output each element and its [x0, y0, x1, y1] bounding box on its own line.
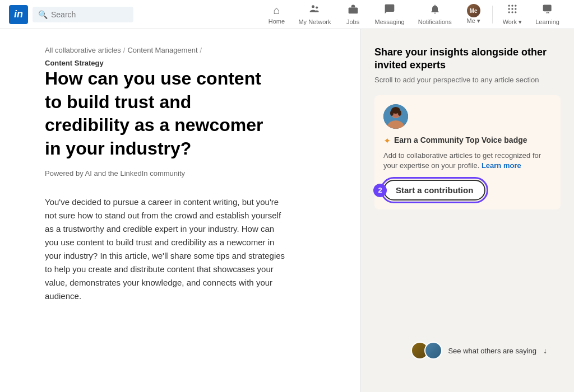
svg-point-3 — [508, 4, 510, 6]
svg-point-7 — [511, 8, 513, 10]
nav-jobs[interactable]: Jobs — [339, 3, 367, 25]
svg-point-8 — [515, 8, 516, 10]
article-body: You've decided to pursue a career in con… — [45, 195, 286, 303]
step-badge: 2 — [373, 184, 387, 197]
nav-my-network[interactable]: My Network — [293, 3, 336, 25]
insights-title: Share your insights alongside other invi… — [374, 46, 561, 72]
work-icon — [507, 3, 518, 17]
avatars-group — [411, 342, 442, 360]
start-contribution-button[interactable]: Start a contribution — [383, 180, 485, 200]
nav-learning[interactable]: Learning — [530, 3, 565, 25]
svg-point-1 — [316, 6, 318, 8]
search-icon: 🔍 — [38, 10, 48, 19]
commenter-avatar-2 — [424, 342, 442, 360]
svg-point-0 — [312, 5, 314, 8]
see-others-row: See what others are saying ↓ — [411, 342, 547, 360]
breadcrumb-separator-1: / — [123, 46, 126, 54]
svg-point-9 — [508, 11, 510, 13]
linkedin-logo[interactable]: in — [9, 5, 28, 24]
left-panel: All collaborative articles / Content Man… — [0, 29, 361, 392]
powered-by-text: Powered by AI and the LinkedIn community — [45, 169, 332, 178]
article-title: How can you use content to build trust a… — [45, 67, 280, 160]
breadcrumb-link-content-mgmt[interactable]: Content Management — [127, 46, 197, 54]
insights-subtitle: Scroll to add your perspective to any ar… — [374, 76, 561, 84]
navbar-left: in 🔍 — [9, 5, 133, 24]
user-avatar — [383, 104, 408, 129]
avatar: Me — [467, 4, 480, 17]
contribution-card: ✦ Earn a Community Top Voice badge Add t… — [374, 95, 561, 209]
nav-divider — [492, 6, 493, 24]
svg-point-11 — [515, 11, 516, 13]
breadcrumb-link-collaborative[interactable]: All collaborative articles — [45, 46, 121, 54]
svg-point-4 — [511, 4, 513, 6]
notifications-icon — [429, 3, 441, 17]
nav-notifications[interactable]: Notifications — [413, 3, 457, 25]
home-icon: ⌂ — [273, 4, 280, 17]
svg-rect-12 — [543, 5, 551, 12]
right-panel-inner: Share your insights alongside other invi… — [374, 46, 561, 371]
search-box: 🔍 — [33, 7, 133, 22]
svg-point-6 — [508, 8, 510, 10]
navbar-right: ⌂ Home My Network Jobs Messaging Notif — [262, 3, 565, 26]
nav-messaging[interactable]: Messaging — [369, 3, 410, 25]
earn-badge-row: ✦ Earn a Community Top Voice badge — [383, 136, 552, 146]
breadcrumb-current: Content Strategy — [45, 59, 332, 67]
badge-star-icon: ✦ — [383, 136, 391, 146]
svg-point-10 — [511, 11, 513, 13]
svg-point-5 — [515, 4, 516, 6]
nav-work[interactable]: Work ▾ — [497, 3, 528, 26]
arrow-down-icon: ↓ — [543, 346, 547, 355]
breadcrumb-separator-2: / — [200, 46, 202, 54]
main-container: All collaborative articles / Content Man… — [0, 29, 574, 392]
top-navbar: in 🔍 ⌂ Home My Network Jobs Me — [0, 0, 574, 29]
learning-icon — [542, 3, 553, 17]
search-input[interactable] — [51, 10, 118, 19]
right-panel: Share your insights alongside other invi… — [361, 29, 574, 392]
messaging-icon — [384, 3, 395, 17]
jobs-icon — [348, 3, 359, 17]
svg-rect-2 — [348, 8, 358, 14]
network-icon — [309, 3, 320, 17]
nav-home[interactable]: ⌂ Home — [262, 4, 290, 25]
contribution-btn-wrapper: 2 Start a contribution — [383, 180, 485, 200]
nav-me[interactable]: Me Me ▾ — [460, 4, 488, 25]
svg-point-18 — [390, 110, 394, 116]
svg-point-19 — [398, 110, 401, 116]
user-avatar-row — [383, 104, 552, 129]
earn-badge-text: Earn a Community Top Voice badge — [394, 136, 527, 144]
learn-more-link[interactable]: Learn more — [482, 161, 521, 170]
see-others-text: See what others are saying — [448, 347, 536, 355]
breadcrumb: All collaborative articles / Content Man… — [45, 46, 332, 54]
earn-badge-desc: Add to collaborative articles to get rec… — [383, 151, 552, 171]
